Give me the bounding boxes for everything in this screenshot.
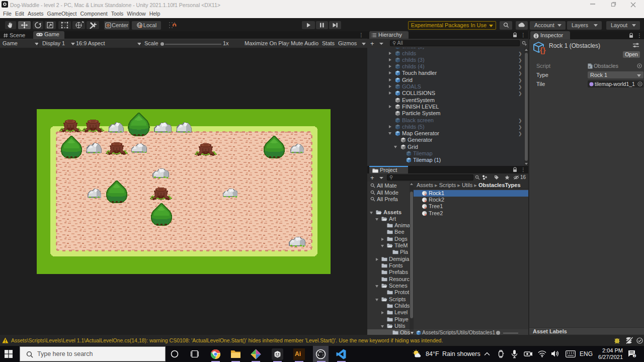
svg-text:2: 2 [633,354,635,357]
svg-text:{}: {} [540,46,546,54]
